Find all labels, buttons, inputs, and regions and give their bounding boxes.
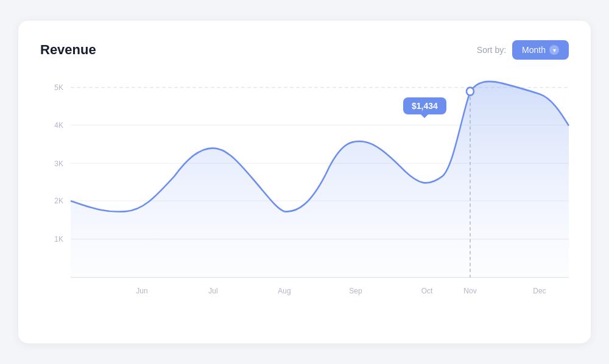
y-label-1k: 1K	[54, 235, 63, 244]
y-label-3k: 3K	[54, 159, 63, 168]
x-label-nov: Nov	[463, 286, 477, 295]
data-point-nov	[466, 88, 474, 96]
x-label-oct: Oct	[421, 286, 433, 295]
x-label-sep: Sep	[349, 286, 362, 295]
y-label-4k: 4K	[54, 121, 63, 130]
revenue-chart: 5K 4K 3K 2K 1K Jun Jul Aug Sep Oct Nov D…	[40, 74, 569, 312]
card-title: Revenue	[40, 42, 96, 58]
sort-label: Sort by:	[477, 45, 506, 55]
chart-area-fill	[71, 82, 569, 278]
sort-area: Sort by: Month ▾	[477, 40, 569, 60]
x-label-jul: Jul	[208, 286, 217, 295]
revenue-card: Revenue Sort by: Month ▾ $1,434	[18, 21, 591, 343]
card-header: Revenue Sort by: Month ▾	[40, 40, 569, 60]
x-label-dec: Dec	[533, 286, 546, 295]
chart-area: $1,434 5K 4K 3K 2K 1K	[40, 74, 569, 312]
y-label-5k: 5K	[54, 83, 63, 93]
sort-button[interactable]: Month ▾	[512, 40, 569, 60]
sort-button-label: Month	[522, 45, 546, 55]
x-label-jun: Jun	[136, 286, 147, 295]
y-label-2k: 2K	[54, 197, 63, 206]
x-label-aug: Aug	[278, 286, 290, 295]
chevron-down-icon: ▾	[549, 45, 559, 55]
